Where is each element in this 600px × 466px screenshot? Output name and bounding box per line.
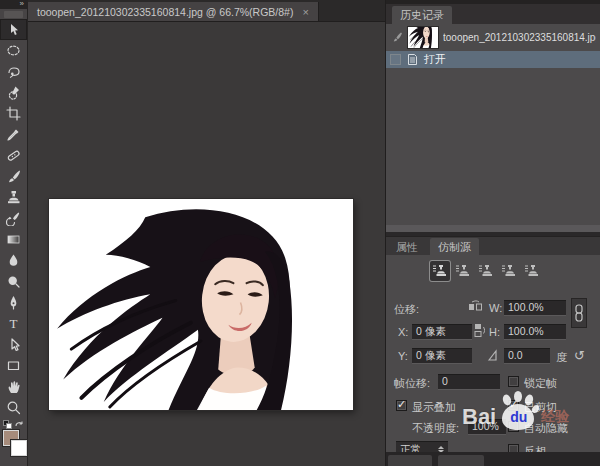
document-tab-bar: tooopen_201210302335160814.jpg @ 66.7%(R… (28, 0, 385, 22)
flip-vertical-icon[interactable] (472, 323, 485, 338)
tools-panel: » (0, 0, 28, 466)
offset-label: 位移: (394, 302, 419, 317)
show-overlay-checkbox[interactable] (396, 400, 407, 411)
history-snapshot-row[interactable]: tooopen_201210302335160814.jpg (386, 24, 600, 51)
clone-source-slot-1[interactable] (430, 261, 450, 281)
auto-hide-label: 自动隐藏 (524, 421, 568, 436)
angle-unit-label: 度 (556, 350, 567, 365)
gradient-tool-button[interactable] (0, 229, 27, 250)
x-field[interactable]: 0 像素 (412, 324, 472, 339)
svg-text:T: T (10, 316, 18, 331)
rotate-angle-icon (487, 349, 500, 362)
frame-offset-field[interactable]: 0 (438, 374, 500, 389)
reset-transform-icon[interactable]: ↺ (574, 348, 585, 363)
marquee-tool-icon (6, 43, 21, 58)
healing-brush-tool-button[interactable] (0, 145, 27, 166)
crop-tool-button[interactable] (0, 103, 27, 124)
history-panel-body: tooopen_201210302335160814.jpg 打开 (386, 24, 600, 225)
clone-source-panel-body: 位移: W: 100.0% X: 0 像素 H: 100.0% Y: 0 像素 … (386, 255, 600, 452)
document-tab[interactable]: tooopen_201210302335160814.jpg @ 66.7%(R… (28, 2, 319, 21)
brush-tool-icon (6, 169, 21, 184)
gradient-tool-icon (6, 232, 21, 247)
move-tool-icon (6, 22, 21, 37)
hand-tool-button[interactable] (0, 376, 27, 397)
color-controls (0, 419, 27, 456)
pen-tool-button[interactable] (0, 292, 27, 313)
width-label: W: (489, 302, 502, 314)
rectangle-tool-button[interactable] (0, 355, 27, 376)
clone-stamp-tool-button[interactable] (0, 187, 27, 208)
dodge-tool-button[interactable] (0, 271, 27, 292)
blur-tool-button[interactable] (0, 250, 27, 271)
path-selection-tool-button[interactable] (0, 334, 27, 355)
canvas-workspace[interactable] (28, 22, 385, 466)
brush-tool-button[interactable] (0, 166, 27, 187)
panel-dock: 历史记录 tooopen_201210302335160814.jpg 打开 (385, 0, 600, 466)
flip-horizontal-icon[interactable] (468, 300, 483, 313)
close-tab-icon[interactable]: × (302, 6, 308, 18)
frame-offset-label: 帧位移: (394, 376, 430, 391)
type-tool-button[interactable]: T (0, 313, 27, 334)
clone-source-slot-5[interactable] (522, 261, 542, 281)
lock-frame-checkbox[interactable] (508, 376, 519, 387)
bottom-panel-tab-2[interactable] (438, 455, 484, 466)
photoshop-window: » (0, 0, 600, 466)
open-state-icon (406, 53, 419, 66)
history-snapshot-name: tooopen_201210302335160814.jpg (443, 32, 596, 43)
y-field[interactable]: 0 像素 (412, 348, 472, 363)
hand-tool-icon (6, 379, 21, 394)
lasso-tool-button[interactable] (0, 61, 27, 82)
show-overlay-label: 显示叠加 (412, 400, 456, 415)
maintain-aspect-link-icon[interactable] (572, 299, 586, 327)
blur-tool-icon (6, 253, 21, 268)
clone-source-slot-3[interactable] (476, 261, 496, 281)
history-state-row[interactable]: 打开 (386, 51, 600, 68)
lock-frame-label: 锁定帧 (524, 376, 557, 391)
opacity-field[interactable]: 100% (468, 419, 506, 434)
portrait-photo (49, 199, 353, 410)
tab-clone-source[interactable]: 仿制源 (430, 238, 479, 256)
history-snapshot-thumbnail (408, 27, 438, 48)
history-brush-tool-icon (6, 211, 21, 226)
history-state-label: 打开 (424, 52, 446, 67)
dodge-tool-icon (6, 274, 21, 289)
width-field[interactable]: 100.0% (504, 300, 566, 315)
clone-source-slots (430, 261, 542, 281)
document-tab-title: tooopen_201210302335160814.jpg @ 66.7%(R… (37, 6, 293, 18)
history-state-source-well[interactable] (390, 54, 401, 65)
eyedropper-tool-icon (6, 127, 21, 142)
move-tool-button[interactable] (0, 19, 27, 40)
clipped-label: 已剪切 (524, 400, 557, 415)
tab-properties[interactable]: 属性 (388, 238, 426, 256)
bottom-panel-tab-1[interactable] (388, 455, 432, 466)
clone-source-slot-2[interactable] (453, 261, 473, 281)
default-colors-icon[interactable] (3, 420, 12, 429)
auto-hide-checkbox[interactable] (508, 421, 519, 432)
clone-source-panel-header: 属性 仿制源 (386, 236, 600, 255)
toolbar-collapse-button[interactable]: » (0, 0, 27, 9)
x-label: X: (398, 326, 408, 338)
height-field[interactable]: 100.0% (504, 324, 566, 339)
history-brush-source-icon[interactable] (390, 31, 403, 44)
angle-field[interactable]: 0.0 (504, 348, 550, 363)
clone-stamp-tool-icon (6, 190, 21, 205)
height-label: H: (489, 326, 500, 338)
eyedropper-tool-button[interactable] (0, 124, 27, 145)
path-selection-tool-icon (6, 337, 21, 352)
background-color-swatch[interactable] (11, 440, 27, 456)
quick-selection-tool-button[interactable] (0, 82, 27, 103)
crop-tool-icon (6, 106, 21, 121)
open-image[interactable] (49, 199, 353, 410)
tab-history[interactable]: 历史记录 (392, 6, 452, 24)
clipped-checkbox[interactable] (508, 400, 519, 411)
clone-source-slot-4[interactable] (499, 261, 519, 281)
zoom-tool-icon (6, 400, 21, 415)
y-label: Y: (398, 350, 408, 362)
bottom-panel-strip (386, 452, 600, 466)
rectangle-tool-icon (6, 358, 21, 373)
marquee-tool-button[interactable] (0, 40, 27, 61)
toolbar-grip[interactable] (4, 11, 23, 18)
history-brush-tool-button[interactable] (0, 208, 27, 229)
history-panel-bottom-edge[interactable] (386, 225, 600, 232)
document-area: tooopen_201210302335160814.jpg @ 66.7%(R… (28, 0, 385, 466)
